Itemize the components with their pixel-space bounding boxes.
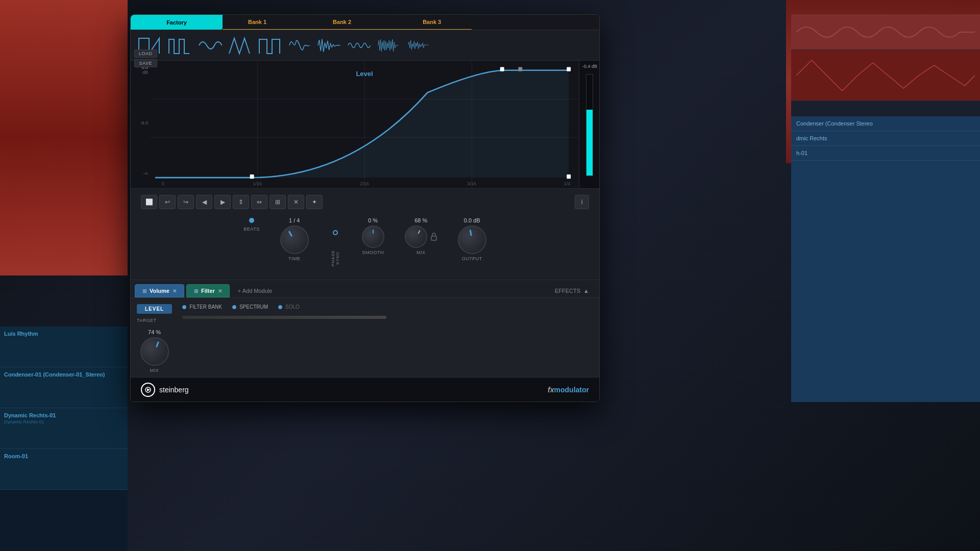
mix-lock-icon[interactable] xyxy=(430,232,437,241)
time-label-0: 0 xyxy=(162,181,164,186)
module-mix-container xyxy=(140,337,169,366)
daw-left-track-4: Room-01 xyxy=(0,449,128,490)
tb-sync-btn[interactable]: ✦ xyxy=(306,195,323,209)
module-tab-filter[interactable]: ⊞ Filter ✕ xyxy=(186,284,230,297)
vu-db-value: -0.4 dB xyxy=(582,64,597,69)
preset-noisy[interactable] xyxy=(406,33,434,58)
svg-rect-4 xyxy=(567,174,571,179)
smooth-knob[interactable] xyxy=(362,226,384,248)
phase-sync-indicator xyxy=(333,230,338,235)
module-mix-knob-group: 74 % MIX xyxy=(137,329,172,373)
time-label-1-16: 1/16 xyxy=(253,181,262,186)
preset-wave3[interactable] xyxy=(346,33,374,58)
steinberg-icon xyxy=(141,383,155,397)
vu-meter: -0.4 dB xyxy=(579,61,599,188)
filter-bank-btn[interactable]: FILTER BANK xyxy=(182,304,222,310)
effects-button[interactable]: EFFECTS ▲ xyxy=(551,286,593,296)
daw-track-sub-3: Dynamic Rechts-01 xyxy=(4,419,124,424)
daw-track-name-1: Luis Rhythm xyxy=(4,331,124,337)
branding-bar: steinberg fxmodulator xyxy=(131,377,599,402)
tb-loop-btn[interactable]: ⬜ xyxy=(141,195,157,209)
level-target-button[interactable]: LEVEL xyxy=(137,304,172,314)
module-mix-knob[interactable] xyxy=(140,337,169,366)
envelope-graph[interactable]: Level 0 1/16 2/16 3/16 xyxy=(150,61,579,188)
mix-knob[interactable] xyxy=(405,226,427,248)
output-knob-container xyxy=(458,226,486,254)
waveform-presets-row xyxy=(131,30,599,61)
tb-undo-btn[interactable]: ↩ xyxy=(159,195,176,209)
preset-square[interactable] xyxy=(165,33,193,58)
module-tabs-row: ⊞ Volume ✕ ⊞ Filter ✕ + Add Module EFFEC… xyxy=(131,280,599,297)
svg-rect-0 xyxy=(250,174,254,179)
module-right-panel: FILTER BANK SPECTRUM SOLO xyxy=(182,304,593,373)
preset-tab-bank1[interactable]: Bank 1 xyxy=(223,15,292,30)
svg-rect-3 xyxy=(567,67,571,71)
db-label-neg6: -6.0 xyxy=(133,120,148,126)
load-button[interactable]: LOAD xyxy=(134,49,157,58)
tb-clear-btn[interactable]: ✕ xyxy=(288,195,304,209)
time-knob[interactable] xyxy=(280,226,309,254)
time-knob-container xyxy=(280,226,309,254)
filter-tab-icon: ⊞ xyxy=(194,288,198,294)
mix-label: MIX xyxy=(416,250,426,255)
daw-track-name-3: Dynamic Rechts-01 xyxy=(4,412,124,418)
preset-triangle[interactable] xyxy=(225,33,253,58)
daw-left-panel: Luis Rhythm Condenser-01 (Condenser-01_S… xyxy=(0,327,128,551)
tb-grid-btn[interactable]: ⊞ xyxy=(270,195,286,209)
knob-group-phase-sync: PHASE SYNC xyxy=(329,217,341,273)
solo-label: SOLO xyxy=(285,304,300,310)
tb-zoom-h-btn[interactable]: ⇔ xyxy=(251,195,267,209)
module-mix-label: MIX xyxy=(150,368,159,373)
preset-pulse[interactable] xyxy=(255,33,283,58)
daw-track-name-2: Condenser-01 (Condenser-01_Stereo) xyxy=(4,371,124,378)
add-module-button[interactable]: + Add Module xyxy=(232,285,279,297)
daw-left-track-1: Luis Rhythm xyxy=(0,327,128,367)
mix-knob-container xyxy=(405,226,427,248)
filter-tab-close[interactable]: ✕ xyxy=(218,288,222,294)
daw-right-panel: Condenser (Condenser Stereo dmic Rechts … xyxy=(791,14,980,402)
beats-label: BEATS xyxy=(243,227,259,232)
steinberg-name: steinberg xyxy=(159,386,189,394)
filter-bank-dot xyxy=(182,305,186,309)
tb-zoom-v-btn[interactable]: ⇕ xyxy=(233,195,249,209)
time-label-1-4: 1/4 xyxy=(564,181,571,186)
output-knob[interactable] xyxy=(458,226,486,254)
controls-row: ⬜ ↩ ↪ ◀ ▶ ⇕ ⇔ ⊞ ✕ ✦ i xyxy=(131,189,599,280)
solo-btn[interactable]: SOLO xyxy=(278,304,300,310)
save-button[interactable]: SAVE xyxy=(134,59,157,67)
module-tab-volume[interactable]: ⊞ Volume ✕ xyxy=(135,284,184,297)
fxmodulator-label: fxmodulator xyxy=(548,386,589,394)
vu-bar-container xyxy=(586,74,593,176)
envelope-curve-svg xyxy=(150,61,579,188)
preset-dense[interactable] xyxy=(376,33,404,58)
db-label-inf: -∞ xyxy=(133,171,148,176)
svg-rect-1 xyxy=(500,67,504,71)
volume-tab-close[interactable]: ✕ xyxy=(173,288,177,294)
module-content: LEVEL TARGET 74 % MIX xyxy=(131,297,599,379)
volume-tab-label: Volume xyxy=(150,288,169,294)
effects-chevron-icon: ▲ xyxy=(583,288,589,294)
preset-tab-bank2[interactable]: Bank 2 xyxy=(292,15,392,30)
preset-sine[interactable] xyxy=(195,33,223,58)
toolbar-row: ⬜ ↩ ↪ ◀ ▶ ⇕ ⇔ ⊞ ✕ ✦ i xyxy=(141,195,589,209)
filter-bank-label: FILTER BANK xyxy=(189,304,222,310)
preset-tab-bank3[interactable]: Bank 3 xyxy=(392,15,472,30)
spectrum-btn[interactable]: SPECTRUM xyxy=(232,304,268,310)
daw-track-name-4: Room-01 xyxy=(4,453,124,459)
load-save-panel: LOAD SAVE xyxy=(134,49,157,67)
tb-next-btn[interactable]: ▶ xyxy=(214,195,231,209)
tb-prev-btn[interactable]: ◀ xyxy=(196,195,212,209)
tb-redo-btn[interactable]: ↪ xyxy=(178,195,194,209)
daw-right-track-1 xyxy=(791,14,980,50)
preset-complex1[interactable] xyxy=(285,33,313,58)
tb-info-btn[interactable]: i xyxy=(575,195,589,209)
filter-tab-label: Filter xyxy=(201,288,215,294)
spectrum-display-bar xyxy=(182,316,386,319)
daw-right-track-2 xyxy=(791,50,980,101)
steinberg-logo: steinberg xyxy=(141,383,189,397)
knob-group-time: 1 / 4 TIME xyxy=(280,217,309,261)
preset-tab-factory[interactable]: Factory xyxy=(131,15,223,30)
preset-complex2[interactable] xyxy=(315,33,344,58)
target-section: LEVEL TARGET xyxy=(137,304,172,323)
smooth-knob-container xyxy=(362,226,384,248)
